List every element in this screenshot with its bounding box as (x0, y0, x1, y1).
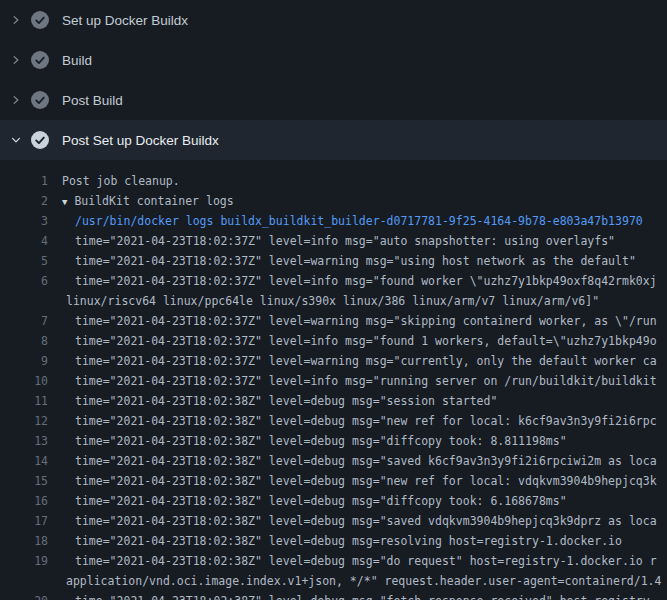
log-line: 20time="2021-04-23T18:02:38Z" level=debu… (0, 591, 667, 600)
step-label: Post Build (62, 93, 123, 108)
log-line: 3/usr/bin/docker logs buildx_buildkit_bu… (0, 211, 667, 231)
log-line: 9time="2021-04-23T18:02:37Z" level=warni… (0, 351, 667, 371)
step-header-post-set-up-docker-buildx[interactable]: Post Set up Docker Buildx (0, 120, 667, 160)
log-text: time="2021-04-23T18:02:37Z" level=info m… (75, 371, 657, 391)
log-line: 11time="2021-04-23T18:02:38Z" level=debu… (0, 391, 667, 411)
step-label: Build (62, 53, 92, 68)
chevron-right-icon (10, 54, 22, 66)
chevron-right-icon (10, 94, 22, 106)
log-line-number[interactable]: 19 (0, 551, 48, 571)
log-line-number[interactable]: 3 (0, 211, 48, 231)
log-line-number (0, 571, 48, 591)
log-text: time="2021-04-23T18:02:38Z" level=debug … (75, 431, 567, 451)
log-line: linux/riscv64 linux/ppc64le linux/s390x … (0, 291, 667, 311)
step-list: Set up Docker Buildx Build Post Build Po… (0, 0, 667, 160)
log-group-header[interactable]: ▼BuildKit container logs (62, 191, 234, 211)
log-command-text: /usr/bin/docker logs buildx_buildkit_bui… (75, 211, 643, 231)
log-text: time="2021-04-23T18:02:37Z" level=warnin… (75, 251, 636, 271)
step-label: Post Set up Docker Buildx (62, 133, 219, 148)
log-text: time="2021-04-23T18:02:37Z" level=info m… (75, 271, 657, 291)
log-line: 12time="2021-04-23T18:02:38Z" level=debu… (0, 411, 667, 431)
success-check-icon (31, 51, 49, 69)
log-text: linux/riscv64 linux/ppc64le linux/s390x … (66, 291, 599, 311)
log-line-number[interactable]: 4 (0, 231, 48, 251)
log-line-number[interactable]: 20 (0, 591, 48, 600)
log-line-number[interactable]: 8 (0, 331, 48, 351)
log-line-number[interactable]: 11 (0, 391, 48, 411)
step-header-set-up-docker-buildx[interactable]: Set up Docker Buildx (0, 0, 667, 40)
log-line-number[interactable]: 15 (0, 471, 48, 491)
log-text: application/vnd.oci.image.index.v1+json,… (66, 571, 661, 591)
log-text: time="2021-04-23T18:02:37Z" level=info m… (75, 231, 615, 251)
log-text: time="2021-04-23T18:02:38Z" level=debug … (75, 411, 657, 431)
log-line: 2▼BuildKit container logs (0, 191, 667, 211)
log-line-number[interactable]: 14 (0, 451, 48, 471)
log-text: time="2021-04-23T18:02:37Z" level=warnin… (75, 351, 657, 371)
log-line: 14time="2021-04-23T18:02:38Z" level=debu… (0, 451, 667, 471)
log-line: 16time="2021-04-23T18:02:38Z" level=debu… (0, 491, 667, 511)
log-text: time="2021-04-23T18:02:38Z" level=debug … (75, 451, 657, 471)
step-header-post-build[interactable]: Post Build (0, 80, 667, 120)
success-check-icon (31, 11, 49, 29)
log-line-number[interactable]: 10 (0, 371, 48, 391)
success-check-icon (31, 131, 49, 149)
log-text: time="2021-04-23T18:02:38Z" level=debug … (75, 531, 622, 551)
log-text: time="2021-04-23T18:02:37Z" level=info m… (75, 331, 657, 351)
log-text: Post job cleanup. (62, 171, 180, 191)
log-line: 13time="2021-04-23T18:02:38Z" level=debu… (0, 431, 667, 451)
success-check-icon (31, 91, 49, 109)
step-label: Set up Docker Buildx (62, 13, 188, 28)
log-line: 4time="2021-04-23T18:02:37Z" level=info … (0, 231, 667, 251)
log-text: time="2021-04-23T18:02:38Z" level=debug … (75, 491, 567, 511)
log-line-number[interactable]: 16 (0, 491, 48, 511)
log-line-number[interactable]: 7 (0, 311, 48, 331)
log-line: application/vnd.oci.image.index.v1+json,… (0, 571, 667, 591)
log-line: 17time="2021-04-23T18:02:38Z" level=debu… (0, 511, 667, 531)
chevron-right-icon (10, 14, 22, 26)
log-lines: 1Post job cleanup.2▼BuildKit container l… (0, 160, 667, 600)
log-text: time="2021-04-23T18:02:38Z" level=debug … (75, 551, 657, 571)
log-line-number[interactable]: 13 (0, 431, 48, 451)
log-text: time="2021-04-23T18:02:38Z" level=debug … (75, 391, 497, 411)
log-line-number[interactable]: 5 (0, 251, 48, 271)
log-line: 19time="2021-04-23T18:02:38Z" level=debu… (0, 551, 667, 571)
log-line-number[interactable]: 9 (0, 351, 48, 371)
group-collapse-triangle-icon[interactable]: ▼ (62, 197, 67, 207)
chevron-down-icon (10, 134, 22, 146)
log-line: 6time="2021-04-23T18:02:37Z" level=info … (0, 271, 667, 291)
log-text: time="2021-04-23T18:02:37Z" level=warnin… (75, 311, 657, 331)
log-line-number[interactable]: 18 (0, 531, 48, 551)
log-line: 18time="2021-04-23T18:02:38Z" level=debu… (0, 531, 667, 551)
log-line: 10time="2021-04-23T18:02:37Z" level=info… (0, 371, 667, 391)
log-text: time="2021-04-23T18:02:38Z" level=debug … (75, 591, 657, 600)
log-line-number[interactable]: 2 (0, 191, 48, 211)
log-line: 15time="2021-04-23T18:02:38Z" level=debu… (0, 471, 667, 491)
log-group-label[interactable]: BuildKit container logs (74, 194, 233, 208)
log-line: 8time="2021-04-23T18:02:37Z" level=info … (0, 331, 667, 351)
log-line: 5time="2021-04-23T18:02:37Z" level=warni… (0, 251, 667, 271)
log-line-number[interactable]: 17 (0, 511, 48, 531)
log-line-number (0, 291, 48, 311)
log-line-number[interactable]: 6 (0, 271, 48, 291)
log-text: time="2021-04-23T18:02:38Z" level=debug … (75, 511, 657, 531)
step-header-build[interactable]: Build (0, 40, 667, 80)
log-line: 7time="2021-04-23T18:02:37Z" level=warni… (0, 311, 667, 331)
log-text: time="2021-04-23T18:02:38Z" level=debug … (75, 471, 657, 491)
log-line: 1Post job cleanup. (0, 171, 667, 191)
log-line-number[interactable]: 1 (0, 171, 48, 191)
log-line-number[interactable]: 12 (0, 411, 48, 431)
